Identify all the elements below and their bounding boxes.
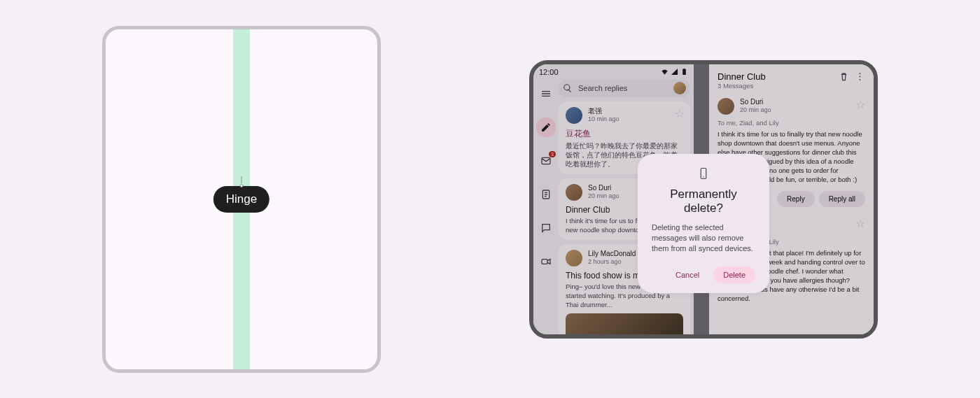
- hinge-indicator-line: [241, 176, 242, 183]
- hinge-label-pill: Hinge: [214, 186, 270, 213]
- delete-button[interactable]: Delete: [713, 266, 755, 283]
- dialog-body: Deleting the selected messages will also…: [652, 222, 755, 254]
- confirm-dialog: Permanently delete? Deleting the selecte…: [638, 154, 769, 293]
- tablet-device-frame: 12:00 3 Search replies 老强10 min: [529, 60, 878, 339]
- foldable-device-frame: Hinge: [102, 26, 381, 373]
- cancel-button[interactable]: Cancel: [666, 266, 709, 283]
- hinge-indicator-dot: [240, 184, 244, 187]
- dialog-title: Permanently delete?: [652, 187, 755, 215]
- phone-icon: [652, 166, 755, 183]
